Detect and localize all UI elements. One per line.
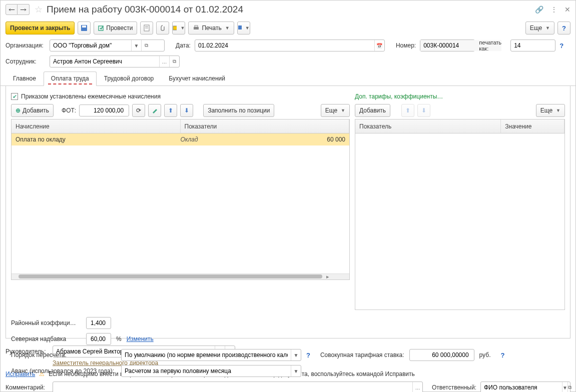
help-recalc[interactable]: ? [306,352,310,359]
add-accrual-button[interactable]: ⊕Добавить [11,104,54,117]
employee-open-icon[interactable]: ⧉ [169,56,179,67]
tab-accounting[interactable]: Бухучет начислений [161,72,233,86]
svg-rect-9 [238,26,242,30]
org-field[interactable]: ▼ ⧉ [50,40,165,52]
north-bonus-field[interactable] [86,333,111,345]
accruals-col-indicators[interactable]: Показатели [181,120,350,133]
extra-tariffs-link[interactable]: Доп. тарифы, коэффициенты… [355,93,443,100]
north-bonus-label: Северная надбавка [11,336,81,342]
indicators-table: Показатель Значение [355,119,565,310]
move-up-button-right[interactable]: ⬆ [401,104,414,117]
save-button[interactable] [78,22,91,34]
attach-button[interactable] [156,22,169,34]
post-button[interactable]: Провести [94,22,137,34]
favorite-star-icon[interactable]: ☆ [35,4,43,15]
table-row[interactable]: Оплата по окладу Оклад 60 000 [12,134,349,146]
change-link[interactable]: Изменить [127,336,154,342]
print-as-input[interactable] [511,40,576,51]
move-down-button-right[interactable]: ⬇ [417,104,430,117]
move-up-button[interactable]: ⬆ [164,104,177,117]
org-dropdown-icon[interactable]: ▼ [131,40,141,51]
recalc-field[interactable]: ▼ [121,349,301,361]
more-button-right[interactable]: Еще▼ [536,104,565,117]
advance-label: Аванс (использовался до 2023 года): [11,368,116,374]
help-print-as[interactable]: ? [559,42,563,50]
date-label: Дата: [176,42,191,49]
employee-field[interactable]: … ⧉ [50,56,180,68]
fill-by-position-button[interactable]: Заполнить по позиции [203,104,274,117]
monthly-accruals-checkbox[interactable]: ✔ [11,93,18,100]
nav-back-button[interactable]: 🡐 [6,4,18,15]
org-label: Организация: [6,42,46,49]
tab-contract[interactable]: Трудовой договор [97,72,161,86]
number-field [420,40,475,52]
percent-label: % [116,336,122,342]
advance-field[interactable]: ▼ [121,365,301,377]
nav-forward-button[interactable]: 🡒 [18,4,30,15]
responsible-field[interactable]: ▼ ⧉ [480,382,570,392]
rub-label: руб. [479,352,491,358]
tab-main[interactable]: Главное [6,72,44,86]
fot-input[interactable] [80,105,127,116]
date-field[interactable]: 📅 [195,40,385,52]
tab-payment[interactable]: Оплата труда [44,72,97,86]
accrual-name-cell: Оплата по окладу [12,136,177,143]
svg-rect-1 [82,26,86,28]
number-label: Номер: [396,42,416,49]
responsible-label: Ответственный: [432,384,476,391]
menu-dots-icon[interactable]: ⋮ [550,6,557,14]
employee-select-icon[interactable]: … [159,56,169,67]
help-button-top[interactable]: ? [557,22,570,34]
post-and-close-button[interactable]: Провести и закрыть [6,22,75,34]
print-as-field[interactable] [510,40,555,52]
date-input[interactable] [195,40,374,51]
rate-field[interactable] [409,349,474,361]
document-icon-button[interactable] [140,22,153,34]
fot-label: ФОТ: [62,107,76,114]
responsible-open-icon[interactable]: ⧉ [567,382,571,392]
rate-input[interactable] [410,350,472,360]
district-coef-field[interactable] [86,317,111,329]
edit-button[interactable] [148,104,161,117]
accruals-col-name[interactable]: Начисление [12,120,181,133]
add-indicator-button[interactable]: Добавить [355,104,390,117]
advance-dropdown-icon[interactable]: ▼ [291,366,301,376]
recalc-input[interactable] [122,350,291,360]
window-title: Прием на работу 003К-000014 от 01.02.202… [47,4,535,15]
horizontal-scrollbar[interactable] [12,274,349,280]
recalc-label: Порядок пересчета: [11,352,116,358]
indicators-col-name[interactable]: Показатель [355,120,501,133]
responsible-input[interactable] [481,382,562,392]
calendar-icon[interactable]: 📅 [374,40,384,51]
employee-input[interactable] [50,56,159,67]
comment-select-icon[interactable]: … [412,382,422,392]
fot-field[interactable] [79,104,129,116]
comment-input[interactable] [53,382,412,392]
org-input[interactable] [50,40,131,51]
comment-field[interactable]: … [53,382,423,392]
settings-button[interactable]: ▼ [237,22,250,34]
svg-rect-6 [173,26,177,30]
more-button-top[interactable]: Еще▼ [525,22,554,34]
accruals-table: Начисление Показатели Оплата по окладу О… [11,119,350,280]
responsible-dropdown-icon[interactable]: ▼ [562,382,567,392]
district-coef-label: Районный коэффици… [11,320,81,326]
rate-label: Совокупная тарифная ставка: [320,352,404,358]
print-as-label: печатать как: [479,40,506,52]
link-icon[interactable]: 🔗 [535,6,543,14]
based-on-button[interactable]: ▼ [172,22,185,34]
print-button[interactable]: Печать▼ [188,22,234,34]
more-button-left[interactable]: Еще▼ [321,104,350,117]
svg-rect-7 [194,27,199,30]
district-coef-input[interactable] [87,318,109,328]
move-down-button[interactable]: ⬇ [180,104,193,117]
close-icon[interactable]: ✕ [564,6,570,14]
recalc-dropdown-icon[interactable]: ▼ [291,350,301,360]
advance-input[interactable] [122,366,291,376]
help-rate[interactable]: ? [500,352,504,359]
north-bonus-input[interactable] [87,334,109,344]
org-open-icon[interactable]: ⧉ [141,40,151,51]
refresh-button[interactable]: ⟳ [132,104,145,117]
monthly-accruals-label: Приказом установлены ежемесячные начисле… [21,93,161,100]
indicators-col-value[interactable]: Значение [501,120,564,133]
